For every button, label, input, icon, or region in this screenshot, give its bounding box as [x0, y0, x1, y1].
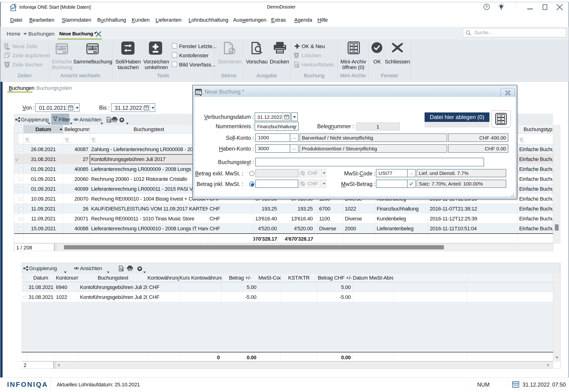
svg-text:7: 7 [146, 107, 147, 110]
svg-text:?: ? [485, 5, 488, 9]
svg-text:7: 7 [70, 107, 71, 110]
svg-text:7: 7 [286, 116, 287, 119]
